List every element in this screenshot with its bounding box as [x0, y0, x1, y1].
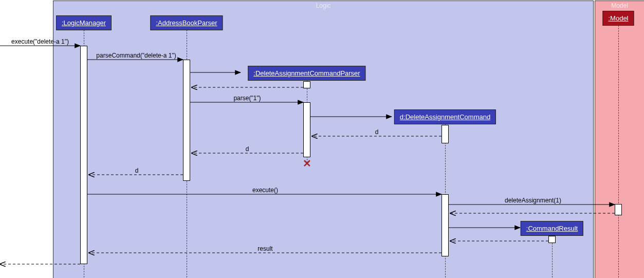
lifeline-model: [618, 25, 619, 277]
msg-parsecommand: parseCommand("delete-a 1"): [96, 52, 176, 59]
frame-logic: Logic: [53, 1, 594, 278]
activation-dacp-1: [303, 81, 310, 88]
participant-addressbookparser: :AddressBookParser: [150, 15, 223, 30]
participant-deleteassignmentcommandparser: :DeleteAssignmentCommandParser: [248, 66, 365, 81]
destroy-icon: ✕: [303, 157, 311, 170]
activation-addressbookparser: [183, 60, 190, 181]
activation-dac-1: [441, 125, 449, 143]
msg-d-2: d: [246, 145, 249, 153]
activation-logicmanager: [80, 46, 87, 264]
frame-label-model: Model: [611, 2, 628, 9]
activation-model: [615, 204, 622, 215]
participant-logicmanager: :LogicManager: [56, 15, 112, 30]
msg-d-3: d: [135, 167, 139, 174]
msg-execute-in: execute("delete-a 1"): [11, 38, 69, 45]
activation-dacp-2: [303, 102, 310, 157]
msg-parse: parse("1"): [233, 95, 261, 102]
msg-d-1: d: [375, 128, 379, 136]
activation-commandresult: [548, 236, 556, 243]
participant-commandresult: :CommandResult: [521, 221, 583, 236]
activation-dac-2: [441, 194, 449, 256]
participant-model: :Model: [602, 11, 634, 26]
frame-model: Model: [595, 1, 644, 278]
msg-execute-call: execute(): [252, 187, 278, 194]
msg-deleteassignment: deleteAssignment(1): [505, 197, 561, 204]
frame-label-logic: Logic: [316, 2, 331, 9]
participant-deleteassignmentcommand: d:DeleteAssignmentCommand: [394, 109, 496, 124]
msg-result: result: [257, 245, 272, 252]
